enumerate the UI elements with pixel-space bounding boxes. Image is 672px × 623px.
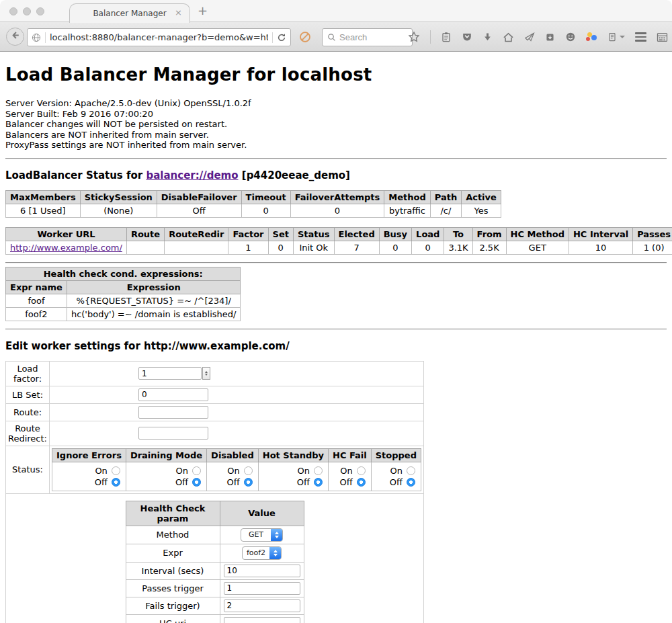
extension-dots-icon[interactable] [586,32,597,42]
col-hc-method: HC Method [506,227,569,241]
route-input[interactable] [138,406,208,419]
balancer-status-table: MaxMembers StickySession DisableFailover… [5,190,501,218]
cell-busy: 0 [379,241,411,254]
number-stepper-icon[interactable] [202,367,210,380]
lb-set-label: LB Set: [6,386,50,403]
col-load: Load [412,227,444,241]
zoom-window-button[interactable] [36,7,44,15]
col-method: Method [384,190,430,204]
form-row-lb-set: LB Set: [6,386,424,403]
balancer-link[interactable]: balancer://demo [146,169,238,181]
hot-standby-on-radio[interactable] [314,466,323,475]
worker-url-link[interactable]: http://www.example.com/ [10,243,122,253]
col-timeout: Timeout [241,190,290,204]
col-draining-mode: Draining Mode [126,448,206,462]
navigation-toolbar [0,22,672,52]
minimize-window-button[interactable] [23,7,31,15]
menu-hamburger-icon[interactable] [635,32,646,42]
col-expression: Expression [67,280,241,294]
tab-title: Balancer Manager [93,9,166,18]
server-info: Server Version: Apache/2.5.0-dev (Unix) … [5,98,667,151]
radio-on-label: On [227,466,239,476]
expr-select[interactable]: foof2 [242,546,282,560]
draining-mode-off-radio[interactable] [192,478,201,487]
stopped-radios: On Off [371,462,421,491]
cell-expression: %{REQUEST_STATUS} =~ /^[234]/ [67,294,241,307]
form-row-load-factor: Load factor: [6,361,424,386]
reading-list-icon[interactable] [441,32,452,42]
stopped-on-radio[interactable] [407,466,415,475]
lb-set-input[interactable] [138,388,208,401]
hot-standby-off-radio[interactable] [314,478,323,487]
radio-row: On Off On Off On Off [52,462,421,491]
hc-uri-label: HC uri [126,614,220,623]
fails-label: Fails trigger) [126,597,220,614]
apps-grid-icon[interactable] [657,32,668,43]
hc-uri-input[interactable] [224,617,300,623]
search-input[interactable] [339,32,407,42]
url-input[interactable] [50,32,268,42]
tab-balancer-manager[interactable]: Balancer Manager × [69,3,190,23]
col-set: Set [268,227,293,241]
disabled-off-radio[interactable] [244,478,253,487]
home-icon[interactable] [503,32,514,43]
cell-hc-interval: 10 [569,241,632,254]
route-redirect-input[interactable] [138,427,208,440]
col-ignore-errors: Ignore Errors [52,448,126,462]
edit-worker-heading: Edit worker settings for http://www.exam… [5,340,667,352]
hc-fail-radios: On Off [329,462,372,491]
cell-factor: 1 [228,241,268,254]
stopped-off-radio[interactable] [407,478,415,487]
hc-row-hc-uri: HC uri [126,614,304,623]
select-arrows-icon [271,529,282,541]
tracking-blocked-icon[interactable] [299,31,311,43]
fails-input[interactable] [224,599,300,612]
method-select-value: GET [241,529,271,541]
reload-icon[interactable] [277,33,286,42]
send-tab-icon[interactable] [524,32,535,42]
chevron-down-icon [620,36,625,38]
form-row-route: Route: [6,403,424,421]
bookmark-star-icon[interactable] [408,31,420,43]
new-tab-button[interactable]: + [198,3,208,17]
cell-to: 3.1K [444,241,472,254]
toolbar-divider [430,30,431,44]
interval-input[interactable] [224,565,300,577]
draining-mode-on-radio[interactable] [192,466,201,475]
hc-fail-on-radio[interactable] [357,466,366,475]
sidebar-panel-icon[interactable] [607,32,625,42]
method-select[interactable]: GET [241,528,283,542]
back-button[interactable] [6,28,24,46]
pocket-icon[interactable] [462,32,472,42]
radio-on-label: On [340,466,352,476]
load-factor-input[interactable] [138,367,202,380]
tab-close-icon[interactable]: × [175,8,182,17]
passes-input[interactable] [224,582,300,595]
save-page-icon[interactable] [545,32,555,42]
close-window-button[interactable] [9,7,17,15]
chat-smiley-icon[interactable] [565,32,576,42]
cell-failoverattempts: 0 [290,204,384,217]
load-factor-label: Load factor: [6,361,50,386]
hc-row-interval: Interval (secs) [126,562,304,579]
ignore-errors-on-radio[interactable] [112,466,120,475]
divider [5,158,667,159]
notice-proxypass: ProxyPass settings are NOT inherited fro… [5,140,667,151]
url-bar[interactable] [27,28,291,46]
cell-routeredir [165,241,228,254]
url-divider [45,32,46,43]
cell-maxmembers: 6 [1 Used] [6,204,81,217]
status-label: Status: [6,446,50,493]
col-failoverattempts: FailoverAttempts [290,190,384,204]
ignore-errors-radios: On Off [52,462,126,491]
page-title: Load Balancer Manager for localhost [5,65,667,85]
disabled-on-radio[interactable] [244,466,253,475]
ignore-errors-off-radio[interactable] [112,478,120,487]
hc-fail-off-radio[interactable] [357,478,366,487]
col-hc-interval: HC Interval [569,227,632,241]
search-bar[interactable] [322,28,413,46]
cell-set: 0 [268,241,293,254]
download-icon[interactable] [482,32,493,42]
col-busy: Busy [379,227,411,241]
balancer-status-heading: LoadBalancer Status for balancer://demo … [5,169,667,181]
